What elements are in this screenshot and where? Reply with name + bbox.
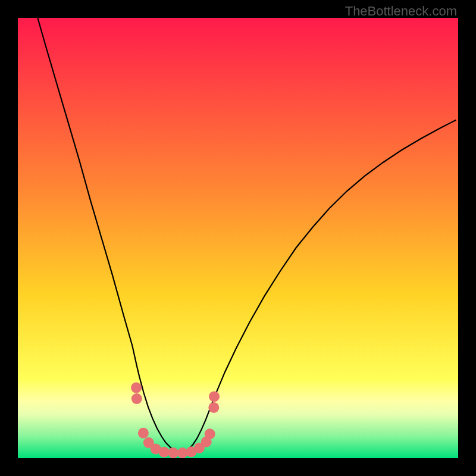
data-marker	[131, 393, 142, 404]
data-marker	[205, 428, 215, 439]
gradient-background	[18, 18, 458, 458]
data-marker	[168, 447, 178, 458]
data-marker	[159, 447, 170, 458]
attribution-text: TheBottleneck.com	[345, 4, 457, 19]
data-marker	[209, 391, 220, 402]
bottleneck-chart	[18, 18, 458, 458]
data-marker	[138, 428, 149, 439]
data-marker	[131, 383, 142, 393]
data-marker	[208, 402, 219, 413]
